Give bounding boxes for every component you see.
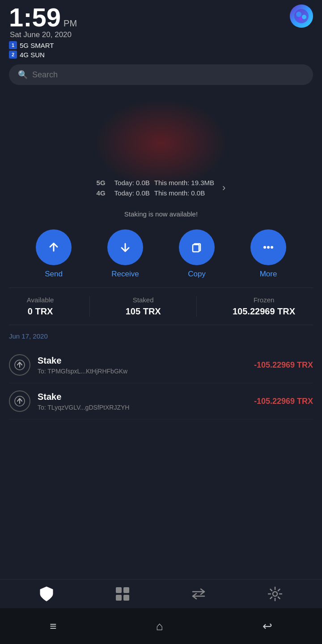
frozen-label: Frozen	[254, 296, 275, 304]
android-home-button[interactable]: ⌂	[156, 619, 163, 633]
svg-point-8	[263, 246, 266, 249]
staked-value: 105 TRX	[126, 306, 161, 317]
network-1-badge: 1	[9, 41, 17, 49]
table-row[interactable]: Stake To: TPMGfspxL...KtHjRHFbGKw -105.2…	[9, 347, 313, 383]
transaction-history: Jun 17, 2020 Stake To: TPMGfspxL...KtHjR…	[0, 325, 322, 424]
balance-divider-2	[196, 296, 197, 317]
copy-circle	[179, 229, 215, 265]
copy-label: Copy	[188, 270, 206, 279]
tx-details-2: Stake To: TLyqzVGLV...gDSfPtXRJZYH	[38, 392, 247, 411]
data-usage-widget: 5G 4G Today: 0.0B Today: 0.0B This month…	[0, 89, 322, 206]
time-display: 1:59	[9, 4, 61, 30]
4g-month: This month: 0.0B	[154, 189, 214, 197]
svg-rect-16	[123, 587, 129, 593]
table-row[interactable]: Stake To: TLyqzVGLV...gDSfPtXRJZYH -105.…	[9, 383, 313, 419]
5g-month: This month: 19.3MB	[154, 179, 214, 186]
svg-point-21	[273, 592, 277, 596]
staked-label: Staked	[133, 296, 154, 304]
tx-title-2: Stake	[38, 392, 247, 402]
network-2-row: 2 4G SUN	[9, 51, 77, 59]
search-icon: 🔍	[18, 70, 28, 80]
tx-amount-1: -105.22969 TRX	[254, 360, 313, 370]
background-glow	[94, 98, 228, 188]
network-labels-col: 5G 4G	[97, 179, 110, 197]
tx-amount-2: -105.22969 TRX	[254, 397, 313, 406]
tx-date: Jun 17, 2020	[9, 330, 313, 343]
status-bar: 1:59 PM Sat June 20, 2020 1 5G SMART 2 4…	[0, 0, 322, 60]
network-1-name: 5G SMART	[20, 42, 54, 49]
tx-address-1: To: TPMGfspxL...KtHjRHFbGKw	[38, 368, 247, 375]
nav-shield[interactable]	[39, 586, 54, 602]
android-back-button[interactable]: ↩	[263, 619, 272, 633]
tx-address-2: To: TLyqzVGLV...gDSfPtXRJZYH	[38, 404, 247, 411]
receive-circle	[107, 229, 143, 265]
available-value: 0 TRX	[28, 306, 53, 317]
svg-point-0	[294, 9, 309, 23]
send-circle	[36, 229, 72, 265]
network-1-row: 1 5G SMART	[9, 41, 77, 49]
time-network-block: 1:59 PM Sat June 20, 2020 1 5G SMART 2 4…	[9, 4, 77, 60]
more-label: More	[260, 270, 277, 279]
tx-title-1: Stake	[38, 356, 247, 366]
svg-point-9	[267, 246, 270, 249]
search-input[interactable]	[32, 70, 304, 80]
more-circle	[250, 229, 286, 265]
balance-divider-1	[89, 296, 90, 317]
svg-point-10	[271, 246, 273, 249]
nav-settings[interactable]	[267, 586, 283, 602]
nav-swap[interactable]	[191, 586, 206, 602]
staked-balance: Staked 105 TRX	[126, 296, 161, 317]
frozen-value: 105.22969 TRX	[233, 306, 295, 317]
copy-button[interactable]: Copy	[179, 229, 215, 279]
svg-rect-7	[193, 245, 199, 252]
svg-rect-15	[116, 587, 122, 593]
today-col: Today: 0.0B Today: 0.0B	[114, 179, 150, 197]
bottom-nav	[0, 579, 322, 608]
more-button[interactable]: More	[250, 229, 286, 279]
available-label: Available	[27, 296, 54, 304]
tx-details-1: Stake To: TPMGfspxL...KtHjRHFbGKw	[38, 356, 247, 375]
svg-point-1	[296, 12, 301, 17]
send-label: Send	[45, 270, 63, 279]
svg-point-3	[299, 17, 302, 21]
avatar[interactable]	[290, 4, 313, 28]
frozen-balance: Frozen 105.22969 TRX	[233, 296, 295, 317]
staking-text: Staking is now available!	[124, 210, 198, 218]
stake-icon-2	[9, 390, 30, 412]
stake-icon-1	[9, 354, 30, 376]
time-ampm: PM	[64, 18, 77, 29]
search-container: 🔍	[0, 60, 322, 89]
month-col: This month: 19.3MB This month: 0.0B	[154, 179, 214, 197]
network-info: 1 5G SMART 2 4G SUN	[9, 41, 77, 60]
android-nav-bar: ≡ ⌂ ↩	[0, 608, 322, 644]
data-usage-chevron[interactable]: ›	[222, 182, 225, 194]
4g-today: Today: 0.0B	[114, 189, 150, 197]
4g-label: 4G	[97, 189, 110, 197]
action-buttons-row: Send Receive Copy More	[0, 225, 322, 288]
receive-label: Receive	[111, 270, 139, 279]
network-2-badge: 2	[9, 51, 17, 59]
svg-point-2	[302, 15, 306, 19]
receive-button[interactable]: Receive	[107, 229, 143, 279]
android-menu-button[interactable]: ≡	[50, 619, 56, 633]
svg-rect-17	[116, 595, 122, 601]
network-2-name: 4G SUN	[20, 51, 45, 59]
5g-today: Today: 0.0B	[114, 179, 150, 186]
available-balance: Available 0 TRX	[27, 296, 54, 317]
svg-rect-18	[123, 595, 129, 601]
5g-label: 5G	[97, 179, 110, 186]
send-button[interactable]: Send	[36, 229, 72, 279]
date-display: Sat June 20, 2020	[10, 30, 77, 39]
search-bar[interactable]: 🔍	[9, 64, 313, 85]
balance-section: Available 0 TRX Staked 105 TRX Frozen 10…	[0, 288, 322, 325]
nav-apps[interactable]	[115, 586, 130, 602]
data-usage-row: 5G 4G Today: 0.0B Today: 0.0B This month…	[97, 179, 226, 197]
staking-banner: Staking is now available!	[0, 206, 322, 225]
